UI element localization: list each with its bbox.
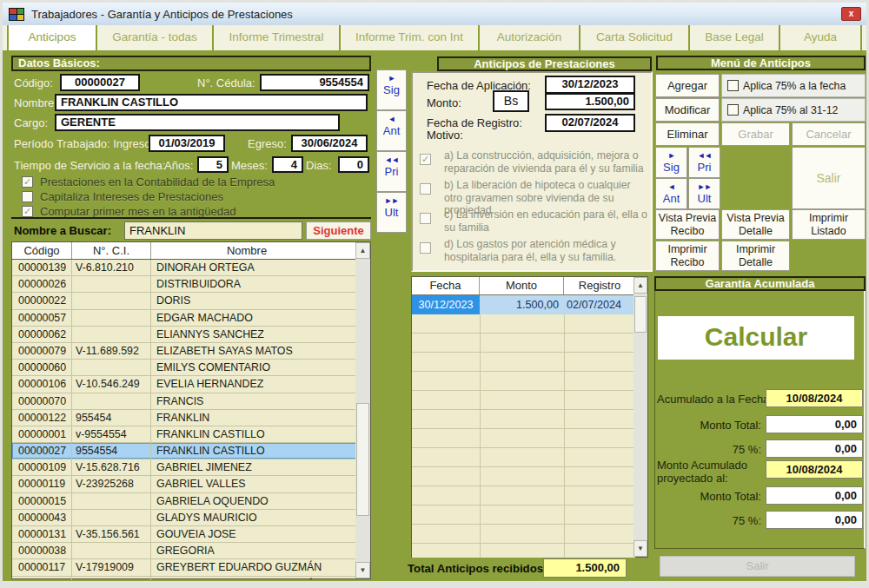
table-row[interactable]: 00000118 V-17919009 GREYBERT EDUARDO GUZ… <box>12 577 357 580</box>
table-row[interactable]: 00000057 EDGAR MACHADO <box>12 310 357 327</box>
nav-pri-button[interactable]: ◄◄ Pri <box>376 151 407 192</box>
table-row[interactable]: 00000026 DISTRIBUIDORA <box>12 276 357 293</box>
monto-field[interactable]: 1.500,00 <box>545 93 635 110</box>
motivo-d[interactable]: ✓ d) Los gastos por atención médica y ho… <box>420 238 647 266</box>
table-row[interactable]: 00000131 V-35.156.561 GOUVEIA JOSE <box>12 526 357 543</box>
checkbox-capitaliza-intereses[interactable]: ✓ <box>22 191 33 202</box>
table-row[interactable]: 00000119 V-23925268 GABRIEL VALLES <box>12 476 357 492</box>
motivo-b-checkbox[interactable]: ✓ <box>420 183 431 195</box>
app-window: Trabajadores - Garantía y Anticipos de P… <box>0 0 869 588</box>
table-row[interactable]: 00000070 FRANCIS <box>12 393 357 410</box>
codigo-field[interactable]: 00000027 <box>60 74 140 91</box>
tab-informe-trim-con-int[interactable]: Informe Trim. con Int <box>341 25 480 50</box>
cancelar-button[interactable]: Cancelar <box>792 122 866 146</box>
column-header-fecha[interactable]: Fecha <box>412 277 480 294</box>
imprimir-recibo-button[interactable]: Imprimir Recibo <box>655 241 720 271</box>
moneda-field[interactable]: Bs <box>493 90 529 112</box>
fecha-aplicacion-field[interactable]: 30/12/2023 <box>545 76 635 94</box>
column-header-monto[interactable]: Monto <box>480 277 564 294</box>
column-header-ci[interactable]: N°. C.I. <box>72 242 151 259</box>
column-header-codigo[interactable]: Código <box>12 242 72 259</box>
menu-nav-sig-button[interactable]: ► Sig <box>655 147 687 178</box>
tab-informe-trimestral[interactable]: Informe Trimestral <box>214 25 341 50</box>
nav-sig-button[interactable]: ► Sig <box>376 69 407 110</box>
motivo-a[interactable]: ✓ a) La construcción, adquisición, mejor… <box>420 149 647 177</box>
vista-previa-detalle-button[interactable]: Vista Previa Detalle <box>721 209 790 240</box>
table-row[interactable]: 00000062 ELIANNYS SANCHEZ <box>12 327 357 343</box>
motivo-c-checkbox[interactable]: ✓ <box>420 213 431 224</box>
table-row[interactable]: 00000079 V-11.689.592 ELIZABETH SAYAS MA… <box>12 343 357 360</box>
checkbox-prestaciones-contabilidad[interactable]: ✓ <box>22 176 33 188</box>
cargo-field[interactable]: GERENTE <box>55 114 340 131</box>
modificar-button[interactable]: Modificar <box>655 98 720 122</box>
tab-base-legal[interactable]: Base Legal <box>690 25 780 50</box>
aplica-75-fecha-checkbox[interactable]: ✓ <box>727 80 739 91</box>
aplica-75-3112-option[interactable]: ✓ Aplica 75% al 31-12 <box>721 98 866 122</box>
tab-anticipos[interactable]: Anticipos <box>7 25 97 50</box>
table-row[interactable]: 00000027 9554554 FRANKLIN CASTILLO <box>12 443 357 459</box>
table-row[interactable]: 00000117 V-17919009 GREYBERT EDUARDO GUZ… <box>12 559 357 576</box>
grabar-button[interactable]: Grabar <box>721 122 790 146</box>
anticipo-selected-row[interactable]: 30/12/2023 1.500,00 02/07/2024 <box>412 295 635 314</box>
anios-field[interactable]: 5 <box>197 156 229 173</box>
fecha-registro-field[interactable]: 02/07/2024 <box>545 114 635 132</box>
aplica-75-fecha-option[interactable]: ✓ Aplica 75% a la fecha <box>721 74 866 97</box>
column-header-registro[interactable]: Registro <box>564 277 635 294</box>
search-input[interactable]: FRANKLIN <box>124 221 302 240</box>
table-row[interactable]: 00000001 v-9554554 FRANKLIN CASTILLO <box>12 426 357 443</box>
meses-field[interactable]: 4 <box>272 156 303 173</box>
nombre-field[interactable]: FRANKLIN CASTILLO <box>55 94 368 111</box>
nav-ult-button[interactable]: ►► Ult <box>376 192 407 233</box>
checkbox-computar-primer-mes[interactable]: ✓ <box>22 206 33 217</box>
scroll-thumb[interactable] <box>356 403 369 516</box>
scroll-up-icon[interactable]: ▲ <box>634 277 647 294</box>
tab-garantia-todas[interactable]: Garantía - todas <box>97 25 214 50</box>
table-row[interactable]: 00000043 GLADYS MAURICIO <box>12 510 357 526</box>
employee-table-header: Código N°. C.I. Nombre <box>12 242 370 260</box>
motivo-a-checkbox[interactable]: ✓ <box>420 154 431 165</box>
arrow-last-icon: ►► <box>689 182 720 191</box>
tab-autorizacion[interactable]: Autorización <box>480 25 580 50</box>
acumulado-fecha-label: Acumulado a la Fecha: <box>657 393 773 406</box>
menu-nav-ult-button[interactable]: ►► Ult <box>688 178 720 209</box>
menu-nav-ant-button[interactable]: ◄ Ant <box>655 178 687 209</box>
dias-field[interactable]: 0 <box>338 156 369 173</box>
imprimir-detalle-button[interactable]: Imprimir Detalle <box>721 241 790 271</box>
column-header-nombre[interactable]: Nombre <box>151 242 342 259</box>
imprimir-listado-button[interactable]: Imprimir Listado <box>792 209 866 240</box>
siguiente-button[interactable]: Siguiente <box>306 221 371 240</box>
table-row[interactable]: 00000106 V-10.546.249 EVELIA HERNANDEZ <box>12 376 357 393</box>
table-row[interactable]: 00000122 955454 FRANKLIN <box>12 410 357 426</box>
agregar-button[interactable]: Agregar <box>655 74 720 97</box>
salir-bottom-button[interactable]: Salir <box>660 556 855 577</box>
nav-ant-button[interactable]: ◄ Ant <box>376 110 407 151</box>
tab-carta-solicitud[interactable]: Carta Solicitud <box>580 25 690 50</box>
table-row[interactable]: 00000109 V-15.628.716 GABRIEL JIMENEZ <box>12 459 357 476</box>
motivo-b[interactable]: ✓ b) La liberación de hipoteca o cualqui… <box>420 179 647 207</box>
anticipos-table-scrollbar[interactable]: ▲ ▼ <box>634 277 647 557</box>
table-row[interactable]: 00000015 GABRIELA OQUENDO <box>12 493 357 510</box>
table-row[interactable]: 00000060 EMILYS COMENTARIO <box>12 360 357 376</box>
motivo-c[interactable]: ✓ c) La inversión en educación para él, … <box>420 208 647 236</box>
egreso-field[interactable]: 30/06/2024 <box>291 135 368 152</box>
cedula-field[interactable]: 9554554 <box>260 74 369 91</box>
scroll-down-icon[interactable]: ▼ <box>634 540 647 557</box>
menu-nav-pri-button[interactable]: ◄◄ Pri <box>688 147 720 178</box>
aplica-75-3112-checkbox[interactable]: ✓ <box>727 104 739 116</box>
close-icon[interactable]: x <box>841 7 861 21</box>
table-row[interactable]: 00000139 V-6.810.210 DINORAH ORTEGA <box>12 260 357 276</box>
motivo-d-checkbox[interactable]: ✓ <box>420 242 431 254</box>
tab-ayuda[interactable]: Ayuda <box>780 25 862 50</box>
vista-previa-recibo-button[interactable]: Vista Previa Recibo <box>655 209 720 240</box>
ingreso-field[interactable]: 01/03/2019 <box>149 135 225 152</box>
monto-total2-label: Monto Total: <box>657 490 761 503</box>
scroll-down-icon[interactable]: ▼ <box>355 562 370 578</box>
scroll-up-icon[interactable]: ▲ <box>355 242 370 259</box>
salir-menu-button[interactable]: Salir <box>792 147 866 209</box>
employee-table-scrollbar[interactable]: ▲ ▼ <box>355 242 370 578</box>
eliminar-button[interactable]: Eliminar <box>655 122 720 146</box>
calcular-button[interactable]: Calcular <box>658 316 854 360</box>
scroll-thumb[interactable] <box>634 296 647 333</box>
table-row[interactable]: 00000038 GREGORIA <box>12 543 357 559</box>
table-row[interactable]: 00000022 DORIS <box>12 293 357 309</box>
